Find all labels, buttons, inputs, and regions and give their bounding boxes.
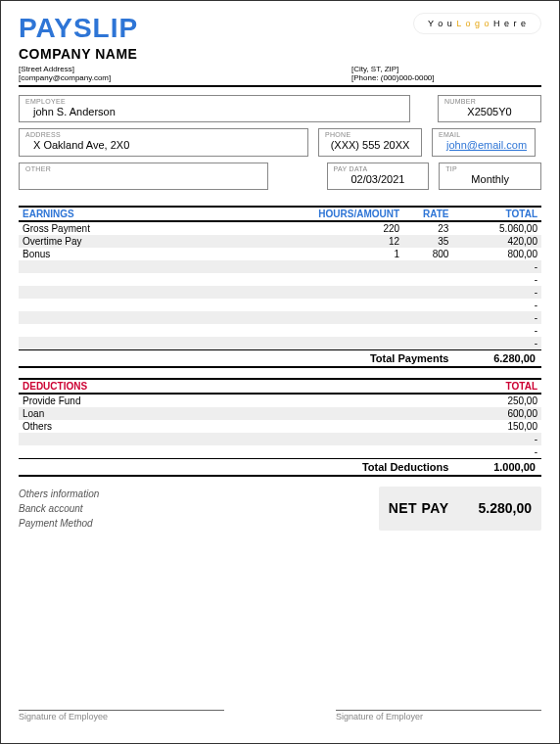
others-line1: Others information [19,487,99,501]
table-row: - [19,286,541,299]
employee-box: EMPLOYEE john S. Anderson [19,95,410,122]
company-email: [company@company.com] [19,73,351,82]
city-state-zip: [City, ST, ZIP] [351,65,541,73]
earnings-hours: 220 [314,221,403,235]
table-row: Overtime Pay1235420,00 [19,235,541,248]
deduction-name [19,445,314,459]
phone-label: PHONE [325,131,415,138]
deduction-total: - [452,445,541,459]
earnings-rate [403,324,452,337]
deductions-col-name: DEDUCTIONS [19,379,314,394]
deductions-col-total: TOTAL [452,379,541,394]
others-line3: Payment Method [19,516,99,531]
email-link[interactable]: john@email.com [439,138,529,152]
earnings-rate [403,311,452,324]
earnings-total: - [452,260,541,273]
earnings-rate [403,337,452,350]
deduction-total: 250,00 [452,394,541,407]
earnings-name: Bonus [19,248,314,260]
earnings-name [19,299,314,311]
earnings-name [19,260,314,273]
earnings-rate: 800 [403,248,452,260]
page-title: PAYSLIP [19,13,138,44]
earnings-rate [403,273,452,286]
earnings-hours: 12 [314,235,403,248]
employee-label: EMPLOYEE [25,98,403,105]
earnings-hours [314,324,403,337]
street-address: [Street Address] [19,65,351,73]
earnings-total: - [452,311,541,324]
earnings-total: - [452,337,541,350]
table-row: Loan600,00 [19,407,541,420]
tip-value: Monthly [445,172,535,186]
address-value: X Oakland Ave, 2X0 [25,138,302,152]
earnings-rate: 35 [403,235,452,248]
earnings-rate: 23 [403,221,452,235]
total-payments-label: Total Payments [314,349,453,367]
signature-employer: Signature of Employer [336,710,541,721]
others-line2: Banck account [19,501,99,516]
earnings-total: 5.060,00 [452,221,541,235]
earnings-total: - [452,299,541,311]
deduction-name: Others [19,420,314,433]
earnings-hours [314,273,403,286]
earnings-col-total: TOTAL [452,207,541,221]
table-row: Provide Fund250,00 [19,394,541,407]
earnings-hours [314,299,403,311]
company-name: COMPANY NAME [19,46,541,62]
earnings-name [19,337,314,350]
company-phone: [Phone: (000)000-0000] [351,73,541,82]
table-row: Gross Payment220235.060,00 [19,221,541,235]
earnings-name [19,311,314,324]
earnings-rate [403,299,452,311]
table-row: Bonus1800800,00 [19,248,541,260]
earnings-rate [403,260,452,273]
deduction-total: 150,00 [452,420,541,433]
table-row: - [19,445,541,459]
table-row: Others150,00 [19,420,541,433]
earnings-hours: 1 [314,248,403,260]
table-row: - [19,299,541,311]
earnings-rate [403,286,452,299]
number-label: NUMBER [444,98,535,105]
earnings-hours [314,260,403,273]
earnings-hours [314,337,403,350]
number-box: NUMBER X2505Y0 [438,95,541,122]
paydata-value: 02/03/2021 [334,172,423,186]
total-deductions-value: 1.000,00 [452,458,541,476]
earnings-name [19,286,314,299]
earnings-total: - [452,273,541,286]
header-divider [19,85,541,87]
earnings-total: 800,00 [452,248,541,260]
phone-box: PHONE (XXX) 555 20XX [318,128,422,156]
deduction-name: Loan [19,407,314,420]
table-row: - [19,337,541,350]
logo-placeholder: Y o u L o g o H e r e [413,13,541,34]
others-info: Others information Banck account Payment… [19,487,99,531]
earnings-name [19,273,314,286]
deduction-total: - [452,433,541,445]
netpay-value: 5.280,00 [479,500,533,516]
earnings-hours [314,311,403,324]
earnings-total: 420,00 [452,235,541,248]
number-value: X2505Y0 [444,105,535,118]
table-row: - [19,433,541,445]
address-box: ADDRESS X Oakland Ave, 2X0 [19,128,308,156]
deduction-total: 600,00 [452,407,541,420]
table-row: - [19,260,541,273]
paydata-box: PAY DATA 02/03/2021 [327,163,430,190]
address-label: ADDRESS [25,131,302,138]
deductions-table: DEDUCTIONS TOTAL Provide Fund250,00Loan6… [19,378,541,477]
earnings-col-hours: HOURS/AMOUNT [314,207,403,221]
table-row: - [19,324,541,337]
netpay-label: NET PAY [389,500,449,516]
earnings-total: - [452,324,541,337]
earnings-hours [314,286,403,299]
netpay-box: NET PAY 5.280,00 [379,487,541,531]
deduction-name: Provide Fund [19,394,314,407]
phone-value: (XXX) 555 20XX [325,138,415,152]
earnings-table: EARNINGS HOURS/AMOUNT RATE TOTAL Gross P… [19,206,541,368]
deduction-name [19,433,314,445]
earnings-col-rate: RATE [403,207,452,221]
signature-employee: Signature of Employee [19,710,224,721]
